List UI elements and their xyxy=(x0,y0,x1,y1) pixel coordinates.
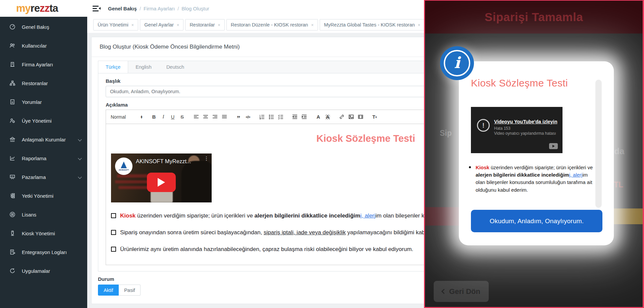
confirm-button[interactable]: Okudum, Anladım, Onaylıyorum. xyxy=(471,210,602,232)
tab-turkce[interactable]: Türkçe xyxy=(98,61,128,73)
sidebar-menu: Genel Bakış Kullanıcılar Firma Ayarları … xyxy=(0,17,87,308)
close-icon[interactable]: × xyxy=(418,22,421,27)
sidebar-item-yorumlar[interactable]: Yorumlar xyxy=(0,93,87,111)
alerjen-link[interactable]: i, alerj xyxy=(569,172,582,178)
kiosk-preview-panel: Siparişi Tamamla Sip da TL Geri Dön Kios… xyxy=(424,0,644,308)
logo[interactable]: myrezzta xyxy=(0,0,87,17)
youtube-play-button[interactable] xyxy=(147,173,176,192)
indent-button[interactable] xyxy=(300,113,309,121)
background-color-button[interactable]: A xyxy=(323,113,332,121)
video-error-box: ! Videoyu YouTube'da izleyin Hata 153 Vi… xyxy=(471,107,562,153)
kiosk-header-title: Siparişi Tamamla xyxy=(485,10,583,24)
align-left-button[interactable] xyxy=(192,113,201,121)
logo-part: my xyxy=(16,2,31,14)
sidebar-item-firma-ayarlari[interactable]: Firma Ayarları xyxy=(0,55,87,74)
tab-genel-ayarlar[interactable]: Genel Ayarlar× xyxy=(140,19,183,30)
tab-myrezzta-global-tastes[interactable]: MyRezzta Global Tastes - KIOSK restoran× xyxy=(320,19,425,30)
close-icon[interactable]: × xyxy=(218,22,220,27)
dimmed-price-text: TL xyxy=(614,180,623,189)
more-options-icon[interactable]: ⋮ xyxy=(204,156,209,162)
bullet-list-button[interactable] xyxy=(267,113,276,121)
tab-restoran-duzenle[interactable]: Restoran Düzenle - KIOSK restoran× xyxy=(226,19,318,30)
sidebar: myrezzta Genel Bakış Kullanıcılar Firma … xyxy=(0,0,87,308)
dimmed-gold-button xyxy=(613,208,644,224)
format-dropdown[interactable]: Normal ▲▼ xyxy=(109,114,144,120)
building-icon xyxy=(9,61,15,67)
tab-label: Restoranlar xyxy=(190,22,215,27)
sidebar-item-yetki-yonetimi[interactable]: Yetki Yönetimi xyxy=(0,186,87,205)
pasif-button[interactable]: Pasif xyxy=(119,285,141,296)
code-block-button[interactable]: </> xyxy=(244,113,252,121)
align-justify-button[interactable] xyxy=(220,113,229,121)
ordered-list-button[interactable] xyxy=(258,113,266,121)
checkbox-icon[interactable] xyxy=(111,230,116,235)
check-list-button[interactable] xyxy=(276,113,285,121)
youtube-video-embed[interactable]: AKINSOFT AKINSOFT MyRezzt... ⋮ xyxy=(111,153,212,202)
sidebar-item-label: Firma Ayarları xyxy=(22,62,53,67)
align-center-button[interactable] xyxy=(201,113,210,121)
chevron-down-icon xyxy=(78,156,82,160)
modal-title: Kiosk Sözleşme Testi xyxy=(471,77,568,89)
geri-don-label: Geri Dön xyxy=(449,287,480,296)
sidebar-item-label: Anlaşmalı Kurumlar xyxy=(22,137,66,142)
agreement-modal: Kiosk Sözleşme Testi ! Videoyu YouTube'd… xyxy=(459,61,614,245)
close-icon[interactable]: × xyxy=(311,22,314,27)
log-icon xyxy=(9,249,15,255)
video-title[interactable]: AKINSOFT MyRezzt... xyxy=(136,158,191,165)
checkbox-icon[interactable] xyxy=(111,213,116,218)
sidebar-item-restoranlar[interactable]: Restoranlar xyxy=(0,74,87,93)
sidebar-item-label: Raporlama xyxy=(22,156,46,161)
sidebar-item-kiosk-yonetimi[interactable]: Kiosk Yönetimi xyxy=(0,224,87,243)
users-icon xyxy=(9,43,15,49)
sidebar-item-lisans[interactable]: Lisans xyxy=(0,205,87,224)
video-button[interactable] xyxy=(356,113,365,121)
image-button[interactable] xyxy=(347,113,356,121)
chevron-down-icon xyxy=(78,175,82,179)
sidebar-item-pazarlama[interactable]: Pazarlama xyxy=(0,168,87,186)
alert-circle-icon: ! xyxy=(477,119,490,132)
geri-don-button[interactable]: Geri Dön xyxy=(434,281,489,302)
breadcrumb-item[interactable]: Firma Ayarları xyxy=(144,6,175,11)
bold-button[interactable]: B xyxy=(150,113,158,121)
tab-urun-yonetimi[interactable]: Ürün Yönetimi× xyxy=(93,19,138,30)
kiosk-body: Sip da TL Geri Dön Kiosk Sözleşme Testi … xyxy=(425,34,643,307)
underline-button[interactable]: U xyxy=(168,113,177,121)
checkbox-icon[interactable] xyxy=(111,247,116,252)
italic-button[interactable]: I xyxy=(159,113,168,121)
breadcrumb-separator: / xyxy=(140,6,141,11)
sidebar-item-uye-yonetimi[interactable]: Üye Yönetimi xyxy=(0,111,87,130)
tab-english[interactable]: English xyxy=(128,61,159,73)
sidebar-item-label: Yorumlar xyxy=(22,99,42,105)
close-icon[interactable]: × xyxy=(131,22,134,27)
tab-restoranlar[interactable]: Restoranlar× xyxy=(185,19,225,30)
sidebar-item-kullanicilar[interactable]: Kullanıcılar xyxy=(0,36,87,55)
breadcrumb-item[interactable]: Genel Bakış xyxy=(108,6,137,11)
sidebar-item-uygulamalar[interactable]: Uygulamalar xyxy=(0,261,87,280)
align-right-button[interactable] xyxy=(211,113,219,121)
kiosk-header: Siparişi Tamamla xyxy=(425,1,643,34)
document-icon xyxy=(9,99,15,105)
alerjen-link[interactable]: i, alerj xyxy=(360,212,375,219)
close-icon[interactable]: × xyxy=(177,22,179,27)
sidebar-item-raporlama[interactable]: Raporlama xyxy=(0,149,87,168)
youtube-logo-icon[interactable] xyxy=(549,143,558,149)
sidebar-item-label: Kullanıcılar xyxy=(22,43,47,49)
link-button[interactable] xyxy=(337,113,346,121)
clear-format-button[interactable]: Tx xyxy=(370,113,379,121)
strike-button[interactable]: S xyxy=(178,113,186,121)
breadcrumb-item[interactable]: Blog Oluştur xyxy=(181,6,209,11)
watch-on-youtube-link[interactable]: Videoyu YouTube'da izleyin xyxy=(494,119,557,124)
breadcrumb: Genel Bakış / Firma Ayarları / Blog Oluş… xyxy=(108,6,209,11)
sidebar-item-genel-bakis[interactable]: Genel Bakış xyxy=(0,17,87,36)
outdent-button[interactable] xyxy=(290,113,299,121)
logo-part: zz xyxy=(40,2,49,14)
blockquote-button[interactable]: ” xyxy=(234,113,243,121)
text-color-button[interactable]: A xyxy=(314,113,323,121)
sidebar-item-label: Genel Bakış xyxy=(22,24,49,30)
sidebar-item-anlasmali-kurumlar[interactable]: Anlaşmalı Kurumlar xyxy=(0,130,87,149)
list-tree-icon xyxy=(9,193,15,199)
sidebar-item-entegrasyon-loglari[interactable]: Entegrasyon Logları xyxy=(0,243,87,261)
tab-deutsch[interactable]: Deutsch xyxy=(159,61,192,73)
sidebar-toggle-icon[interactable] xyxy=(93,5,101,11)
aktif-button[interactable]: Aktif xyxy=(98,285,119,296)
